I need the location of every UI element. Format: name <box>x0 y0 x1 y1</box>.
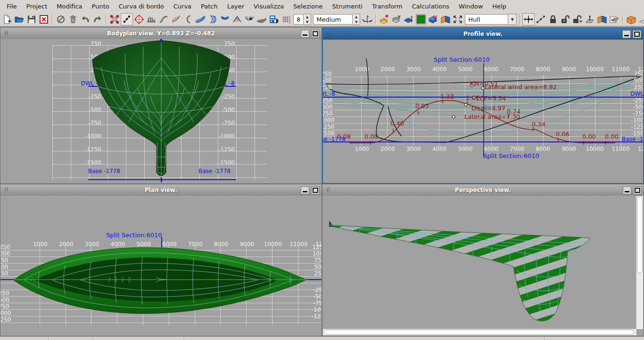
diagonals-view-icon[interactable] <box>231 13 243 25</box>
profile-canvas[interactable]: Split Section:6010 100020003000400050006… <box>323 40 643 183</box>
minimize-button[interactable] <box>301 30 309 38</box>
curvature-comb-icon[interactable] <box>170 13 182 25</box>
intersection-grid-icon[interactable]: 123 <box>280 13 292 25</box>
show-points-icon[interactable] <box>121 13 133 25</box>
minimize-button[interactable] <box>623 186 631 194</box>
menu-item[interactable]: Visualizza <box>249 0 289 12</box>
menu-item[interactable]: Patch <box>196 0 223 12</box>
develop-plates-icon[interactable] <box>637 13 644 25</box>
menu-item[interactable]: Curva <box>169 0 196 12</box>
mirror-plane-icon[interactable] <box>596 13 608 25</box>
bodyplan-titlebar[interactable]: Bodyplan view. Y=0.893 Z=-0.482 <box>0 28 322 40</box>
app-window-icon <box>325 186 331 195</box>
project-to-plane-icon[interactable] <box>584 13 596 25</box>
menu-bar: FileProjectModificaPuntoCurva di bordoCu… <box>0 0 644 13</box>
layer-auto-group-icon[interactable] <box>427 13 439 25</box>
maximize-button[interactable] <box>633 186 642 194</box>
profile-hull <box>323 40 643 183</box>
status-bar <box>0 336 644 340</box>
app-window-icon <box>3 186 9 195</box>
save-icon[interactable] <box>25 13 38 25</box>
plan-canvas[interactable]: Split Section:6010 100020003000400050006… <box>0 196 322 336</box>
menu-item[interactable]: Project <box>22 0 52 12</box>
density-value[interactable]: Medium <box>313 14 353 25</box>
toolbar-separator <box>622 14 623 25</box>
subdivide-grid-icon[interactable] <box>108 13 121 25</box>
menu-item[interactable]: Help <box>487 0 511 12</box>
close-icon[interactable] <box>38 13 50 25</box>
menu-item[interactable]: Strumenti <box>328 0 368 12</box>
profile-title: Profile view. <box>323 31 643 37</box>
perspective-vscrollbar[interactable] <box>636 196 643 329</box>
maximize-button[interactable] <box>633 30 641 38</box>
window-profile: Profile view. Split Section:6010 1000200… <box>322 27 644 184</box>
toolbar-separator <box>106 14 107 25</box>
perspective-hscrollbar[interactable] <box>323 329 636 335</box>
layer-value[interactable]: Hull <box>465 14 508 25</box>
menu-item[interactable]: Curva di bordo <box>114 0 169 12</box>
crate-icon[interactable] <box>625 13 637 25</box>
layer-color-swatch[interactable] <box>415 13 427 25</box>
deselect-all-icon[interactable] <box>55 13 67 25</box>
shade-hull-icon[interactable] <box>256 13 268 25</box>
menu-item[interactable]: Window <box>454 0 487 12</box>
mirror-window-icon[interactable] <box>439 13 452 25</box>
minimize-button[interactable] <box>622 30 631 38</box>
keel-points-icon[interactable] <box>145 13 157 25</box>
hydrostatics-calc-icon[interactable] <box>268 13 280 25</box>
precision-value[interactable]: 8 <box>293 14 304 25</box>
layer-delete-icon[interactable] <box>390 13 403 25</box>
perspective-hull <box>322 196 636 329</box>
layer-info-icon[interactable] <box>403 13 415 25</box>
perspective-title: Perspective view. <box>322 187 644 193</box>
delete-icon[interactable] <box>67 13 79 25</box>
plan-title: Plan view. <box>0 187 322 193</box>
menu-item[interactable]: Transform <box>367 0 407 12</box>
toolbar-separator <box>520 14 520 25</box>
sections-colored-icon[interactable] <box>243 13 256 25</box>
arc-curve-icon[interactable] <box>182 13 194 25</box>
hull-draft-icon[interactable] <box>361 13 373 25</box>
svg-text:3: 3 <box>289 21 291 24</box>
density-steppers[interactable]: ▲▼ <box>353 14 360 25</box>
edit-check-icon[interactable] <box>608 13 620 25</box>
app-window-icon <box>325 30 332 39</box>
undo-icon[interactable] <box>79 13 91 25</box>
redo-icon[interactable] <box>91 13 104 25</box>
precision-steppers[interactable]: ▲▼ <box>304 14 311 25</box>
perspective-titlebar[interactable]: Perspective view. <box>322 184 644 196</box>
bodyplan-title: Bodyplan view. Y=0.893 Z=-0.482 <box>0 30 322 37</box>
move-point-icon[interactable] <box>522 13 535 25</box>
maximize-button[interactable] <box>311 186 320 194</box>
buttocks-view-icon[interactable] <box>194 13 206 25</box>
layer-add-icon[interactable] <box>378 13 390 25</box>
menu-item[interactable]: Layer <box>223 0 249 12</box>
waterlines-view-icon[interactable] <box>219 13 231 25</box>
precision-spinbox[interactable]: 8 ▲▼ <box>293 14 311 25</box>
minimize-button[interactable] <box>301 186 309 194</box>
layer-combo[interactable]: Hull ▼ <box>465 14 517 25</box>
bodyplan-canvas[interactable]: 750500250 DWL -8 -250-500-750-1000-1250-… <box>0 39 322 183</box>
plan-titlebar[interactable]: Plan view. <box>0 184 322 196</box>
menu-item[interactable]: Punto <box>87 0 114 12</box>
menu-item[interactable]: File <box>2 0 22 12</box>
density-combo[interactable]: Medium ▲▼ <box>313 14 360 25</box>
layer-dropdown-arrow[interactable]: ▼ <box>508 14 517 25</box>
insert-point-icon[interactable] <box>535 13 547 25</box>
zoom-extents-icon[interactable] <box>452 13 464 25</box>
perspective-canvas[interactable] <box>322 196 644 336</box>
profile-titlebar[interactable]: Profile view. <box>323 28 643 40</box>
stations-view-icon[interactable] <box>206 13 219 25</box>
new-patch-icon[interactable] <box>133 13 145 25</box>
new-file-icon[interactable] <box>1 13 13 25</box>
lock-points-icon[interactable] <box>547 13 559 25</box>
menu-item[interactable]: Selezione <box>289 0 328 12</box>
unlock-points-icon[interactable] <box>559 13 571 25</box>
maximize-button[interactable] <box>311 30 320 38</box>
toolbar: 123 8 ▲▼ Medium ▲▼ Hull ▼ <box>0 13 644 26</box>
menu-item[interactable]: Calculations <box>407 0 454 12</box>
menu-item[interactable]: Modifica <box>52 0 87 12</box>
fair-curve-icon[interactable] <box>157 13 170 25</box>
unlock-all-points-icon[interactable] <box>571 13 584 25</box>
open-file-icon[interactable] <box>13 13 25 25</box>
